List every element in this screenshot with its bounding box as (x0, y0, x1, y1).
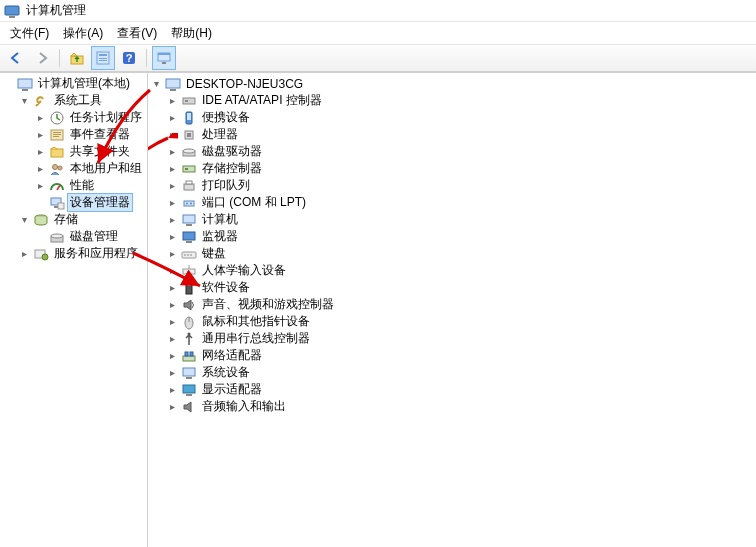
chevron-down-icon[interactable]: ▾ (18, 214, 30, 226)
svg-point-21 (58, 166, 62, 170)
left-tree[interactable]: ▶ 计算机管理(本地) ▾ 系统工具 (0, 73, 148, 547)
svg-rect-41 (185, 168, 188, 170)
svg-rect-40 (183, 166, 195, 172)
computer-mgmt-icon (17, 76, 33, 92)
chevron-right-icon[interactable]: ▸ (166, 401, 178, 413)
menu-file[interactable]: 文件(F) (4, 23, 55, 44)
device-item-system-dev[interactable]: ▸系统设备 (166, 364, 756, 381)
chevron-down-icon[interactable]: ▾ (150, 78, 162, 90)
window-title: 计算机管理 (24, 2, 88, 19)
toolbar-back-button[interactable] (4, 46, 28, 70)
content-area: ▶ 计算机管理(本地) ▾ 系统工具 (0, 72, 756, 547)
device-item-monitors[interactable]: ▸监视器 (166, 228, 756, 245)
svg-rect-5 (99, 58, 107, 59)
device-item-software-dev[interactable]: ▸软件设备 (166, 279, 756, 296)
toolbar-up-button[interactable] (65, 46, 89, 70)
svg-rect-66 (183, 385, 195, 393)
chevron-right-icon[interactable]: ▸ (34, 180, 46, 192)
svg-rect-62 (185, 352, 188, 356)
menu-help[interactable]: 帮助(H) (165, 23, 218, 44)
chevron-right-icon[interactable]: ▸ (166, 146, 178, 158)
device-item-ide-ata[interactable]: ▸IDE ATA/ATAPI 控制器 (166, 92, 756, 109)
chevron-right-icon[interactable]: ▸ (166, 112, 178, 124)
device-item-cpu[interactable]: ▸处理器 (166, 126, 756, 143)
chevron-right-icon[interactable]: ▸ (166, 95, 178, 107)
chevron-right-icon[interactable]: ▸ (166, 197, 178, 209)
chevron-right-icon[interactable]: ▸ (166, 214, 178, 226)
device-item-keyboards[interactable]: ▸键盘 (166, 245, 756, 262)
chevron-right-icon[interactable]: ▸ (34, 163, 46, 175)
chevron-right-icon[interactable]: ▸ (166, 367, 178, 379)
device-item-disk-drives[interactable]: ▸磁盘驱动器 (166, 143, 756, 160)
device-item-audio-io[interactable]: ▸音频输入和输出 (166, 398, 756, 415)
tree-item-performance[interactable]: ▸性能 (34, 177, 147, 194)
chevron-right-icon[interactable]: ▸ (166, 129, 178, 141)
system-dev-icon (181, 365, 197, 381)
chevron-right-icon[interactable]: ▸ (34, 146, 46, 158)
chevron-right-icon[interactable]: ▸ (34, 129, 46, 141)
tree-storage[interactable]: ▾ 存储 (18, 211, 147, 228)
device-item-print-queues[interactable]: ▸打印队列 (166, 177, 756, 194)
chevron-right-icon[interactable]: ▸ (166, 282, 178, 294)
chevron-right-icon[interactable]: ▸ (34, 112, 46, 124)
svg-point-57 (188, 284, 190, 286)
chevron-right-icon[interactable]: ▸ (166, 180, 178, 192)
chevron-down-icon[interactable]: ▾ (18, 95, 30, 107)
svg-point-46 (190, 202, 192, 204)
chevron-right-icon[interactable]: ▸ (18, 248, 30, 260)
device-tree-root[interactable]: ▾ DESKTOP-NJEU3CG (150, 75, 756, 92)
tree-item-disk-management[interactable]: ▸磁盘管理 (34, 228, 147, 245)
chevron-right-icon[interactable]: ▸ (166, 333, 178, 345)
chevron-right-icon[interactable]: ▸ (166, 265, 178, 277)
chevron-right-icon[interactable]: ▸ (166, 384, 178, 396)
chevron-right-icon[interactable]: ▸ (166, 231, 178, 243)
tree-label: 打印队列 (200, 177, 252, 194)
device-item-storage-ctrl[interactable]: ▸存储控制器 (166, 160, 756, 177)
chevron-right-icon[interactable]: ▸ (166, 163, 178, 175)
device-item-network[interactable]: ▸网络适配器 (166, 347, 756, 364)
tree-item-local-users[interactable]: ▸本地用户和组 (34, 160, 147, 177)
svg-point-29 (42, 254, 48, 260)
toolbar-refresh-button[interactable] (152, 46, 176, 70)
app-icon (4, 3, 20, 19)
tree-item-device-manager[interactable]: ▸设备管理器 (34, 194, 147, 211)
device-item-display[interactable]: ▸显示适配器 (166, 381, 756, 398)
chevron-right-icon[interactable]: ▸ (166, 350, 178, 362)
device-item-portable[interactable]: ▸便携设备 (166, 109, 756, 126)
device-item-sound[interactable]: ▸声音、视频和游戏控制器 (166, 296, 756, 313)
menu-action[interactable]: 操作(A) (57, 23, 109, 44)
chevron-right-icon[interactable]: ▸ (166, 299, 178, 311)
tree-root-local[interactable]: ▶ 计算机管理(本地) (2, 75, 147, 92)
chevron-right-icon[interactable]: ▸ (166, 248, 178, 260)
tree-services[interactable]: ▸ 服务和应用程序 (18, 245, 147, 262)
tree-label: 本地用户和组 (68, 160, 144, 177)
svg-rect-61 (183, 356, 195, 361)
keyboards-icon (181, 246, 197, 262)
device-item-hid[interactable]: ▸人体学输入设备 (166, 262, 756, 279)
device-item-usb[interactable]: ▸通用串行总线控制器 (166, 330, 756, 347)
tree-system-tools[interactable]: ▾ 系统工具 (18, 92, 147, 109)
toolbar-help-button[interactable]: ? (117, 46, 141, 70)
tree-label: DESKTOP-NJEU3CG (184, 77, 305, 91)
menu-view[interactable]: 查看(V) (111, 23, 163, 44)
tree-label: 监视器 (200, 228, 240, 245)
tree-label: 端口 (COM 和 LPT) (200, 194, 308, 211)
shared-folders-icon (49, 144, 65, 160)
tree-item-shared-folders[interactable]: ▸共享文件夹 (34, 143, 147, 160)
tree-item-event-viewer[interactable]: ▸事件查看器 (34, 126, 147, 143)
svg-rect-6 (99, 60, 107, 61)
svg-rect-11 (162, 62, 166, 64)
toolbar-forward-button[interactable] (30, 46, 54, 70)
toolbar-properties-button[interactable] (91, 46, 115, 70)
disk-drives-icon (181, 144, 197, 160)
device-item-ports[interactable]: ▸端口 (COM 和 LPT) (166, 194, 756, 211)
chevron-right-icon[interactable]: ▸ (166, 316, 178, 328)
tree-item-task-scheduler[interactable]: ▸任务计划程序 (34, 109, 147, 126)
monitors-icon (181, 229, 197, 245)
svg-rect-17 (53, 134, 61, 135)
svg-rect-48 (186, 224, 192, 226)
right-tree[interactable]: ▾ DESKTOP-NJEU3CG ▸IDE ATA/ATAPI 控制器▸便携设… (148, 73, 756, 547)
device-item-computer[interactable]: ▸计算机 (166, 211, 756, 228)
device-item-mouse[interactable]: ▸鼠标和其他指针设备 (166, 313, 756, 330)
svg-rect-64 (183, 368, 195, 376)
